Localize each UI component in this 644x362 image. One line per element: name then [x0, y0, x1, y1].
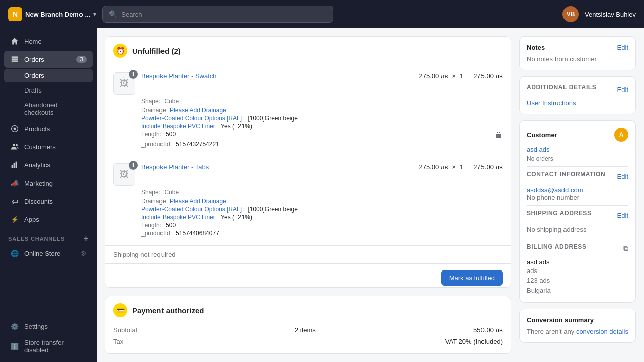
gear-icon[interactable]: ⚙ [80, 250, 87, 257]
conversion-text: There aren't any conversion details [527, 328, 628, 335]
mark-fulfilled-button[interactable]: Mark as fulfilled [441, 270, 503, 286]
add-sales-channel-button[interactable]: + [84, 234, 89, 243]
delete-item-button[interactable]: 🗑 [495, 131, 503, 140]
length-value: 500 [166, 131, 176, 140]
item-name[interactable]: Bespoke Planter - Tabs [141, 163, 209, 171]
item-unit-price: 275.00 лв [419, 72, 448, 80]
tax-value: VAT 20% (Included) [445, 338, 503, 345]
store-transfer-label: Store transfer disabled [24, 339, 87, 354]
svg-rect-2 [12, 60, 18, 61]
item-liner: Include Bespoke PVC Liner: Yes (+21%) [113, 123, 503, 130]
billing-country: Bulgaria [527, 286, 628, 296]
item-image-placeholder: 🖼 [120, 169, 129, 180]
sidebar-item-settings[interactable]: ⚙️ Settings [4, 318, 93, 334]
customer-header: Customer A [527, 128, 628, 142]
liner-label[interactable]: Include Bespoke PVC Liner: [141, 214, 217, 221]
sidebar-item-online-store[interactable]: 🌐 Online Store ⚙ [4, 246, 93, 261]
sidebar-item-label: Discounts [24, 198, 53, 205]
search-bar[interactable]: 🔍 [102, 6, 333, 23]
top-bar: N New Branch Demo ... ▾ 🔍 VB Ventsislav … [0, 0, 644, 28]
liner-label[interactable]: Include Bespoke PVC Liner: [141, 123, 217, 130]
item-qty-badge: 1 [129, 161, 138, 170]
content-area: ⏰ Unfulfilled (2) 🖼 1 Bespoke Planter - … [97, 28, 644, 362]
customer-panel: Customer A asd ads No orders CONTACT INF… [519, 120, 636, 303]
analytics-icon [10, 160, 19, 169]
additional-details-edit-button[interactable]: Edit [617, 86, 628, 94]
shape-value: Cube [164, 189, 179, 196]
additional-details-title: ADDITIONAL DETAILS [527, 84, 596, 91]
shape-label: Shape: [141, 98, 160, 105]
shipping-address-header: SHIPPING ADDRESS Edit [527, 210, 628, 221]
item-multiplier: × [452, 163, 456, 171]
notes-content: No notes from customer [527, 55, 628, 63]
order-item: 🖼 1 Bespoke Planter - Swatch 275.00 лв ×… [105, 65, 511, 156]
sidebar-item-products[interactable]: Products [4, 120, 93, 137]
payment-subtotal-row: Subtotal 2 items 550.00 лв [113, 324, 503, 336]
sidebar-item-label: Products [24, 125, 50, 133]
sidebar-item-label: Customers [24, 143, 56, 151]
item-liner: Include Bespoke PVC Liner: Yes (+21%) [113, 214, 503, 221]
search-input[interactable] [121, 11, 326, 18]
sidebar-item-apps[interactable]: ⚡ Apps [4, 211, 93, 228]
payment-title: Payment authorized [132, 306, 204, 315]
svg-point-6 [16, 144, 18, 146]
customer-name-link[interactable]: asd ads [527, 146, 550, 153]
conversion-details-link[interactable]: conversion details [576, 328, 628, 335]
avatar[interactable]: VB [562, 6, 579, 22]
notes-edit-button[interactable]: Edit [617, 44, 628, 51]
contact-edit-button[interactable]: Edit [617, 173, 628, 180]
svg-rect-0 [12, 56, 18, 57]
drainage-label: Drainage: [141, 198, 168, 205]
store-name: New Branch Demo ... [25, 11, 90, 18]
svg-point-5 [13, 144, 15, 146]
sidebar-item-orders[interactable]: Orders 3 [4, 51, 93, 68]
sidebar-subitem-abandoned[interactable]: Abandoned checkouts [4, 98, 93, 119]
item-shape: Shape: Cube [141, 98, 503, 105]
payment-tax-row: Tax VAT 20% (Included) [113, 336, 503, 347]
length-value: 500 [166, 222, 176, 229]
user-name: Ventsislav Buhlev [585, 11, 636, 18]
contact-header: CONTACT INFORMATION Edit [527, 171, 628, 182]
item-name[interactable]: Bespoke Planter - Swatch [141, 72, 217, 80]
item-colour: Powder-Coated Colour Options [RAL]: [100… [113, 115, 503, 122]
subtotal-items: 2 items [295, 326, 316, 334]
sidebar-item-analytics[interactable]: Analytics [4, 156, 93, 173]
svg-rect-7 [12, 165, 13, 168]
item-image: 🖼 1 [113, 72, 135, 95]
billing-name: asd ads [527, 258, 628, 266]
notes-panel: Notes Edit No notes from customer [519, 36, 636, 70]
drainage-label: Drainage: [141, 107, 168, 114]
svg-rect-9 [16, 162, 17, 168]
unfulfilled-header: ⏰ Unfulfilled (2) [105, 37, 511, 65]
sidebar-subitem-orders[interactable]: Orders [4, 69, 93, 82]
sidebar-subitem-drafts[interactable]: Drafts [4, 83, 93, 97]
conversion-header: Conversion summary [527, 316, 628, 324]
billing-line1: ads [527, 266, 628, 276]
notes-title: Notes [527, 44, 545, 51]
pid-value: 5157432754221 [176, 141, 219, 148]
sidebar-item-home[interactable]: Home [4, 33, 93, 50]
item-price-row: 275.00 лв × 1 275.00 лв [419, 163, 503, 171]
length-label: Length: [141, 131, 162, 140]
sidebar-item-label: Apps [24, 216, 39, 223]
item-image-placeholder: 🖼 [120, 78, 129, 89]
additional-details-header: ADDITIONAL DETAILS Edit [527, 84, 628, 95]
conversion-title: Conversion summary [527, 316, 594, 324]
shape-label: Shape: [141, 189, 160, 196]
svg-rect-10 [18, 164, 18, 164]
item-length: Length: 500 🗑 [113, 131, 503, 140]
colour-label[interactable]: Powder-Coated Colour Options [RAL]: [141, 115, 244, 122]
item-drainage: Drainage: Please Add Drainage [113, 198, 503, 205]
billing-address-header: BILLING ADDRESS ⧉ [527, 243, 628, 254]
item-qty: 1 [460, 163, 463, 171]
sidebar-item-customers[interactable]: Customers [4, 138, 93, 155]
contact-email[interactable]: asddsa@asdd.com [527, 186, 628, 194]
shipping-address-edit-button[interactable]: Edit [617, 212, 628, 219]
sidebar-item-label: Home [24, 38, 42, 45]
colour-label[interactable]: Powder-Coated Colour Options [RAL]: [141, 206, 244, 213]
copy-billing-button[interactable]: ⧉ [623, 244, 628, 253]
sidebar-item-discounts[interactable]: 🏷 Discounts [4, 193, 93, 210]
sidebar-item-marketing[interactable]: 📣 Marketing [4, 174, 93, 192]
store-selector[interactable]: N New Branch Demo ... ▾ [8, 7, 96, 21]
pid-value: 5157440684077 [176, 230, 219, 237]
